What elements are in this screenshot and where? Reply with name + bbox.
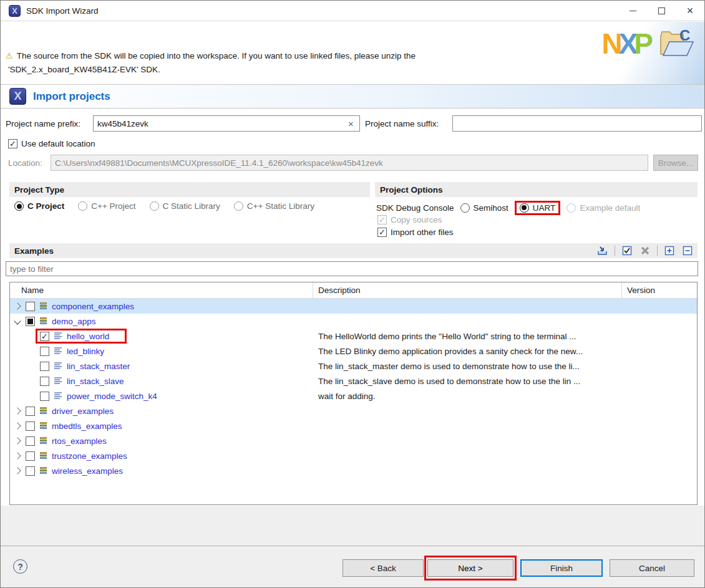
name-cell: hello_world [10,329,313,344]
table-row[interactable]: component_examples [10,299,697,314]
example-name[interactable]: hello_world [67,332,109,341]
import-example-icon[interactable] [596,245,609,256]
minimize-button[interactable] [618,1,647,21]
examples-rows: component_examplesdemo_appshello_worldTh… [10,299,697,478]
chevron-right-icon[interactable] [14,302,21,309]
column-header-version[interactable]: Version [622,282,697,298]
example-name[interactable]: mbedtls_examples [52,422,122,431]
use-default-location-option[interactable]: Use default location [8,139,95,148]
radio-cpp-static-library[interactable]: C++ Static Library [234,201,314,211]
location-field [51,155,648,171]
row-checkbox[interactable] [40,392,49,401]
table-row[interactable]: led_blinkyThe LED Blinky demo applicatio… [10,344,697,359]
table-row[interactable]: power_mode_switch_k4wait for adding. [10,388,697,403]
radio-uart[interactable]: UART [520,203,556,213]
mcuxpresso-folder-icon: C [657,27,696,62]
expand-all-icon[interactable] [663,245,676,256]
warning-text-line2: 'SDK_2.x_board_KW45B41Z-EVK' SDK. [8,65,160,74]
finish-button[interactable]: Finish [520,559,603,577]
window-controls: × [618,1,704,21]
radio-c-static-library[interactable]: C Static Library [150,201,220,211]
clear-prefix-icon[interactable]: × [348,118,354,129]
row-checkbox[interactable] [40,332,49,341]
table-row[interactable]: driver_examples [10,403,697,418]
table-row[interactable]: trustzone_examples [10,448,697,463]
description-cell: The lin_stack_master demo is used to dem… [313,362,622,371]
filter-input[interactable] [6,261,698,276]
example-name[interactable]: driver_examples [52,407,114,416]
example-name[interactable]: power_mode_switch_k4 [67,392,157,401]
project-name-suffix-input[interactable] [452,115,702,132]
table-row[interactable]: demo_apps [10,314,697,329]
radio-semihost[interactable]: Semihost [460,203,508,213]
maximize-button[interactable] [647,1,676,21]
row-checkbox[interactable] [26,436,35,446]
column-header-description[interactable]: Description [313,282,622,298]
cancel-button[interactable]: Cancel [610,559,694,577]
row-checkbox[interactable] [26,302,35,311]
category-icon [40,422,47,430]
radio-cpp-project[interactable]: C++ Project [78,201,135,211]
project-name-prefix-input[interactable] [93,115,360,132]
name-cell: demo_apps [10,314,313,329]
description-cell: The lin_stack_slave demo is used to demo… [313,377,622,386]
nxp-logo: NXP [601,29,649,58]
radio-icon [460,203,470,213]
chevron-right-icon[interactable] [14,422,21,429]
table-row[interactable]: lin_stack_masterThe lin_stack_master dem… [10,359,697,374]
use-default-location-checkbox[interactable] [8,139,17,148]
sdk-debug-console-row: SDK Debug Console Semihost UART Example … [376,198,640,217]
chevron-right-icon[interactable] [14,407,21,414]
category-icon [40,467,47,475]
wizard-page-icon: X [9,88,26,105]
import-other-files-checkbox[interactable] [377,228,387,237]
example-icon [54,392,62,400]
chevron-down-icon[interactable] [14,317,21,324]
prefix-label: Project name prefix: [6,119,80,128]
chevron-right-icon[interactable] [14,437,21,444]
next-button[interactable]: Next > [427,559,513,577]
button-bar: ? < Back Next > Finish Cancel [1,546,704,588]
help-button[interactable]: ? [13,559,27,574]
import-other-files-option[interactable]: Import other files [377,228,454,237]
close-button[interactable]: × [676,1,704,21]
row-checkbox[interactable] [26,451,35,461]
example-name[interactable]: rtos_examples [52,436,107,446]
example-icon [54,347,62,355]
row-checkbox[interactable] [40,377,49,386]
table-row[interactable]: wireless_examples [10,463,697,478]
example-name[interactable]: lin_stack_master [67,362,130,371]
row-checkbox[interactable] [26,422,35,431]
back-button[interactable]: < Back [343,559,424,577]
name-cell: driver_examples [10,403,313,418]
table-row[interactable]: rtos_examples [10,433,697,448]
example-name[interactable]: component_examples [52,302,134,311]
category-icon [40,407,47,415]
row-checkbox[interactable] [40,362,49,371]
radio-c-project[interactable]: C Project [14,201,64,211]
deselect-all-icon [639,245,651,256]
row-checkbox[interactable] [40,347,49,356]
copy-sources-option: Copy sources [377,215,442,224]
example-name[interactable]: wireless_examples [52,466,123,476]
table-row[interactable]: mbedtls_examples [10,418,697,433]
chevron-right-icon[interactable] [14,467,21,474]
column-header-name[interactable]: Name [10,282,313,298]
row-checkbox[interactable] [26,317,35,326]
row-checkbox[interactable] [26,407,35,416]
examples-toolbar [596,245,698,256]
examples-table: Name Description Version component_examp… [9,282,698,505]
example-name[interactable]: lin_stack_slave [67,377,124,386]
example-name[interactable]: led_blinky [67,347,104,356]
table-row[interactable]: lin_stack_slaveThe lin_stack_slave demo … [10,374,697,388]
collapse-all-icon[interactable] [681,245,694,256]
table-header: Name Description Version [10,282,697,299]
name-cell: mbedtls_examples [10,418,313,433]
row-checkbox[interactable] [26,466,35,476]
select-all-icon[interactable] [621,245,633,256]
example-name[interactable]: trustzone_examples [52,451,127,461]
example-name[interactable]: demo_apps [52,317,96,326]
radio-example-default: Example default [566,203,640,213]
table-row[interactable]: hello_worldThe HelloWorld demo prints th… [10,329,697,344]
chevron-right-icon[interactable] [14,452,21,459]
